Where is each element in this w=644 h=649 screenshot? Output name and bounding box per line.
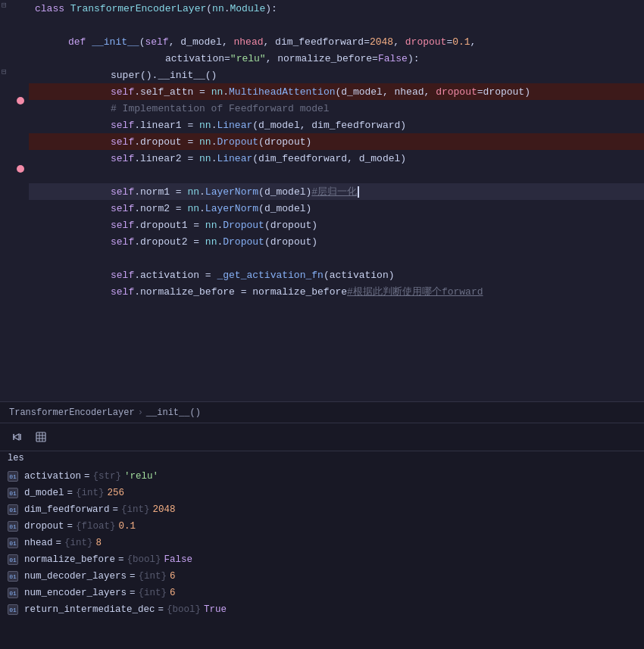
variable-row[interactable]: 01dropout = {float} 0.1 — [0, 518, 644, 535]
table-view-button[interactable] — [32, 428, 50, 446]
variable-name: return_intermediate_dec — [24, 604, 155, 615]
variable-row[interactable]: 01num_decoder_layers = {int} 6 — [0, 568, 644, 585]
variable-row[interactable]: 01num_encoder_layers = {int} 6 — [0, 585, 644, 601]
variable-value: 0.1 — [119, 521, 136, 532]
variable-type: {int} — [64, 538, 93, 548]
variable-row[interactable]: 01return_intermediate_dec = {bool} True — [0, 601, 644, 618]
panel-toolbar — [0, 423, 644, 451]
breadcrumb-method: __init__() — [146, 407, 201, 418]
variable-type: {float} — [76, 521, 116, 532]
variable-type: {int} — [139, 588, 167, 598]
variables-list: 01activation = {str} 'relu'01d_model = {… — [0, 465, 644, 649]
variable-row[interactable]: 01d_model = {int} 256 — [0, 485, 644, 501]
variable-type: {int} — [121, 504, 150, 515]
variable-icon: 01 — [8, 488, 18, 498]
variable-icon: 01 — [8, 604, 18, 615]
variable-icon: 01 — [8, 538, 18, 548]
code-line-8: self.linear1 = nn.Linear(d_model, dim_fe… — [29, 117, 644, 133]
variable-row[interactable]: 01normalize_before = {bool} False — [0, 551, 644, 568]
variable-value: 2048 — [153, 504, 176, 515]
code-line-10: self.linear2 = nn.Linear(dim_feedforward… — [29, 150, 644, 167]
panel-section-label: les — [0, 451, 644, 465]
variable-value: True — [204, 604, 227, 615]
code-line-9: self.dropout = nn.Dropout(dropout) — [29, 133, 644, 150]
variable-icon: 01 — [8, 471, 18, 482]
variable-name: activation — [24, 471, 81, 482]
svg-rect-0 — [36, 432, 45, 442]
code-line-5: super().__init__() — [29, 67, 644, 83]
breakpoint-2[interactable] — [17, 165, 24, 173]
editor-gutter: ⊟ ⊟ — [0, 0, 29, 401]
variable-name: num_encoder_layers — [24, 588, 127, 598]
code-line-17: self.activation = _get_activation_fn(act… — [29, 267, 644, 283]
variable-value: 256 — [108, 488, 125, 498]
variable-equals: = — [56, 538, 62, 548]
variable-name: dropout — [24, 521, 64, 532]
variable-type: {int} — [139, 571, 167, 582]
code-line-2 — [29, 17, 644, 33]
variable-equals: = — [130, 571, 136, 582]
variable-icon: 01 — [8, 571, 18, 582]
variable-value: 6 — [170, 588, 176, 598]
variable-name: dim_feedforward — [24, 504, 110, 515]
variable-value: 6 — [170, 571, 176, 582]
code-line-13: self.norm2 = nn.LayerNorm(d_model) — [29, 200, 644, 217]
variable-equals: = — [113, 504, 119, 515]
variable-icon: 01 — [8, 588, 18, 598]
step-button[interactable] — [8, 428, 26, 446]
code-line-15: self.dropout2 = nn.Dropout(dropout) — [29, 233, 644, 250]
code-line-4: activation="relu", normalize_before=Fals… — [29, 50, 644, 67]
variable-equals: = — [118, 554, 124, 565]
breadcrumb-sep-1: › — [138, 407, 143, 418]
code-lines: class TransformerEncoderLayer(nn.Module)… — [29, 0, 644, 401]
code-line-11 — [29, 167, 644, 183]
variable-type: {int} — [76, 488, 105, 498]
breadcrumb: TransformerEncoderLayer › __init__() — [0, 401, 644, 423]
variable-row[interactable]: 01nhead = {int} 8 — [0, 535, 644, 551]
variable-icon: 01 — [8, 504, 18, 515]
variable-equals: = — [158, 604, 164, 615]
code-line-16 — [29, 250, 644, 267]
variable-icon: 01 — [8, 554, 18, 565]
breakpoint-1[interactable] — [17, 97, 24, 105]
variable-equals: = — [84, 471, 90, 482]
variable-value: False — [164, 554, 193, 565]
code-line-12: self.norm1 = nn.LayerNorm(d_model)#层归一化 — [29, 183, 644, 200]
code-line-1: class TransformerEncoderLayer(nn.Module)… — [29, 0, 644, 17]
variable-value: 8 — [96, 538, 102, 548]
variable-name: normalize_before — [24, 554, 115, 565]
variable-row[interactable]: 01activation = {str} 'relu' — [0, 468, 644, 485]
fold-marker-class[interactable]: ⊟ — [2, 0, 7, 10]
debug-panel: les 01activation = {str} 'relu'01d_model… — [0, 423, 644, 649]
variable-equals: = — [67, 488, 73, 498]
code-line-7: # Implementation of Feedforward model — [29, 100, 644, 117]
variable-row[interactable]: 01dim_feedforward = {int} 2048 — [0, 501, 644, 518]
code-line-14: self.dropout1 = nn.Dropout(dropout) — [29, 217, 644, 233]
variable-type: {bool} — [167, 604, 201, 615]
variable-equals: = — [130, 588, 136, 598]
variable-name: num_decoder_layers — [24, 571, 127, 582]
variable-name: d_model — [24, 488, 64, 498]
variable-type: {str} — [93, 471, 122, 482]
variable-icon: 01 — [8, 521, 18, 532]
code-line-6: self.self_attn = nn.MultiheadAttention(d… — [29, 83, 644, 100]
code-editor: ⊟ ⊟ class TransformerEncoderLayer(nn.Mod… — [0, 0, 644, 401]
fold-marker-def[interactable]: ⊟ — [2, 67, 7, 76]
breadcrumb-class: TransformerEncoderLayer — [9, 407, 135, 418]
code-line-18: self.normalize_before = normalize_before… — [29, 283, 644, 300]
variable-equals: = — [67, 521, 73, 532]
variable-value: 'relu' — [124, 471, 158, 482]
variable-name: nhead — [24, 538, 53, 548]
variable-type: {bool} — [127, 554, 161, 565]
code-line-3: def __init__(self, d_model, nhead, dim_f… — [29, 33, 644, 50]
